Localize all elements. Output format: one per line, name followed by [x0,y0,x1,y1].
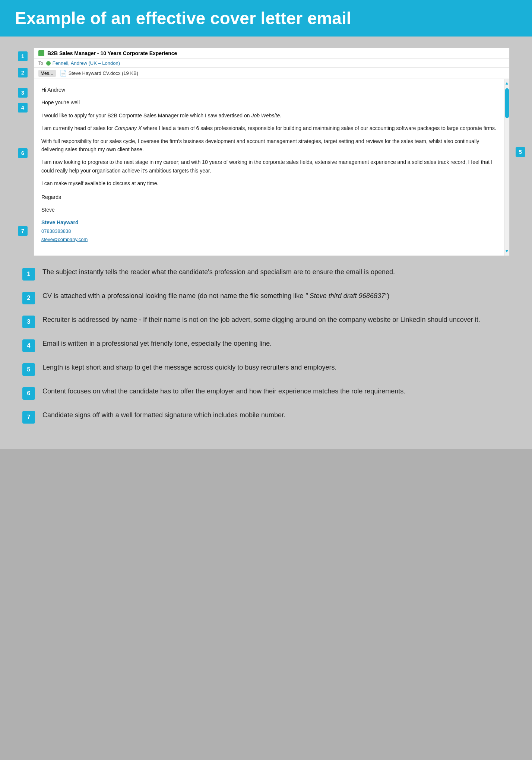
annotation-badge-2: 2 [18,68,28,77]
point-badge-5: 5 [22,363,35,376]
point-item-4: 4 Email is written in a professional yet… [22,339,510,352]
email-wrapper: 1 2 3 4 6 7 5 B2B Sales Manager - 10 Yea… [34,48,510,256]
email-attachment-row: Mes… 📄 Steve Hayward CV.docx (19 KB) [34,68,509,79]
sig-full-name: Steve Hayward [41,219,79,225]
point-item-1: 1 The subject instantly tells the reader… [22,267,510,281]
annotation-badge-3: 3 [18,88,28,98]
point-badge-7: 7 [22,411,35,424]
signature: Steve Hayward 07838383838 steve@company.… [41,218,500,244]
point-item-2: 2 CV is attached with a professional loo… [22,291,510,304]
para-5: I can make myself available to discuss a… [41,179,500,187]
annotation-badge-5: 5 [516,147,525,157]
point-text-7: Candidate signs off with a well formatte… [42,410,285,420]
point-badge-3: 3 [22,316,35,328]
point-text-3: Recruiter is addressed by name - If thei… [42,315,480,325]
opening: Hope you're well [41,98,500,107]
sig-email: steve@company.com [41,237,88,242]
sign-off: Regards [41,193,500,201]
word-icon: 📄 [60,70,67,77]
point-badge-4: 4 [22,339,35,352]
point-item-3: 3 Recruiter is addressed by name - If th… [22,315,510,328]
annotation-badge-4: 4 [18,103,28,113]
point-item-5: 5 Length is kept short and sharp to get … [22,362,510,376]
recipient-indicator [46,61,51,66]
to-label: To [38,61,43,66]
email-body: Hi Andrew Hope you're well I would like … [34,79,509,256]
point-item-6: 6 Content focuses on what the candidate … [22,386,510,400]
para-2: I am currently head of sales for Company… [41,124,500,132]
point-text-6: Content focuses on what the candidate ha… [42,386,405,396]
email-to-row: To Fennell, Andrew (UK – London) [34,59,509,68]
page-title: Example of an effective cover letter ema… [15,8,517,28]
email-subject-row: B2B Sales Manager - 10 Years Corporate E… [34,48,509,59]
scroll-down-arrow[interactable]: ▼ [505,248,509,255]
sig-phone: 07838383838 [41,228,71,234]
email-recipient: Fennell, Andrew (UK – London) [53,60,120,66]
email-mockup: B2B Sales Manager - 10 Years Corporate E… [34,48,510,256]
point-badge-2: 2 [22,292,35,304]
content-area: 1 2 3 4 6 7 5 B2B Sales Manager - 10 Yea… [0,37,532,449]
para-1: I would like to apply for your B2B Corpo… [41,111,500,120]
greeting: Hi Andrew [41,86,500,94]
scroll-thumb[interactable] [505,88,509,118]
para-3: With full responsibility for our sales c… [41,137,500,154]
page-header: Example of an effective cover letter ema… [0,0,532,37]
point-text-5: Length is kept short and sharp to get th… [42,362,336,373]
point-badge-1: 1 [22,268,35,281]
attachment-name: Steve Hayward CV.docx (19 KB) [69,70,138,76]
para-4: I am now looking to progress to the next… [41,158,500,175]
point-item-7: 7 Candidate signs off with a well format… [22,410,510,424]
points-list: 1 The subject instantly tells the reader… [22,267,510,424]
point-badge-6: 6 [22,387,35,400]
point-text-2: CV is attached with a professional looki… [42,291,389,301]
email-subject: B2B Sales Manager - 10 Years Corporate E… [47,50,177,56]
annotation-badge-6: 6 [18,148,28,158]
annotation-badge-1: 1 [18,51,28,61]
scrollbar[interactable]: ▲ ▼ [504,79,509,256]
status-indicator [38,50,44,56]
annotation-badge-7: 7 [18,226,28,236]
scroll-up-arrow[interactable]: ▲ [505,80,509,87]
sign-name: Steve [41,206,500,214]
point-text-1: The subject instantly tells the reader w… [42,267,395,277]
point-text-4: Email is written in a professional yet f… [42,339,272,349]
message-tab: Mes… [38,70,56,77]
